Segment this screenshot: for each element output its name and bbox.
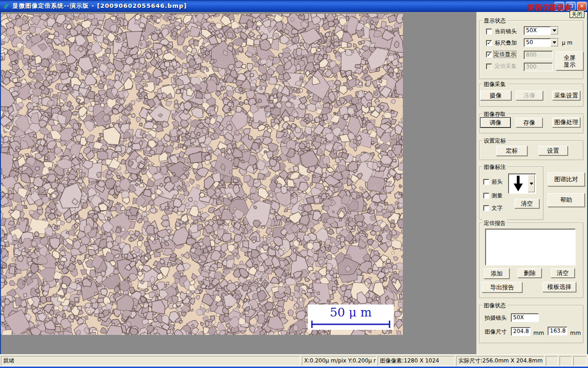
group-image-capture-label: 图像采集: [482, 80, 507, 88]
scale-overlay-dropdown-button[interactable]: [550, 39, 558, 46]
capture-button[interactable]: 摄像: [480, 91, 511, 100]
text-label: 文字: [492, 205, 503, 211]
current-lens-label: 当前镜头: [495, 28, 517, 34]
current-lens-value: 50X: [524, 27, 550, 34]
scale-overlay-value: 50: [524, 39, 550, 46]
status-image-pixels: 图像像素:1280 X 1024: [378, 356, 455, 366]
annotation-clear-button[interactable]: 清空: [514, 199, 539, 208]
client-area: 50 μ m 显示状态 当前镜头 50X 标尺叠加 50: [1, 12, 587, 354]
group-annotation-label: 图像标注: [482, 163, 507, 171]
shoot-lens-label: 拍摄镜头: [485, 315, 507, 321]
arrow-label: 箭头: [492, 178, 503, 185]
group-image-status-label: 图像状态: [482, 302, 507, 310]
status-pixel-scale: X:0.200μ m/pix Y:0.200μ m/pix: [302, 356, 376, 366]
group-image-status: 图像状态: [479, 305, 583, 343]
arrow-style-combobox[interactable]: [508, 173, 536, 194]
current-lens-dropdown-button[interactable]: [550, 27, 558, 34]
status-actual-size: 实际尺寸:256.0mm X 204.8mm: [456, 356, 544, 366]
group-display-status-label: 显示状态: [482, 17, 507, 25]
scale-overlay-combobox[interactable]: 50: [524, 38, 559, 47]
window-title: 显微图像定倍系统--演示版 - [20090602055646.bmp]: [12, 2, 187, 10]
load-image-button[interactable]: 调像: [480, 117, 511, 128]
image-height-field: 163.8: [548, 327, 567, 335]
image-size-label: 图像尺寸: [485, 328, 507, 335]
chevron-down-icon: [553, 29, 556, 32]
status-empty-3: [573, 356, 587, 366]
calibration-setup-button[interactable]: 设置: [538, 146, 568, 155]
scale-overlay-checkbox[interactable]: [486, 40, 492, 46]
close-button[interactable]: ✕: [577, 2, 587, 11]
fixed-capture-label: 定倍采集: [495, 63, 517, 69]
fixed-display-checkbox[interactable]: [486, 52, 492, 58]
control-panel: 显示状态 当前镜头 50X 标尺叠加 50 μ m 定倍显示 800 定倍采集 …: [476, 12, 587, 354]
big-down-arrow-icon: [509, 174, 528, 193]
fullscreen-button[interactable]: 全屏 显示: [556, 52, 583, 70]
group-report-label: 定倍报告: [482, 219, 507, 227]
status-bar: 就绪 X:0.200μ m/pix Y:0.200μ m/pix 图像像素:12…: [0, 354, 588, 367]
scale-bar-line: [310, 320, 391, 328]
fixed-capture-checkbox: [486, 63, 492, 69]
fixed-display-field: 800: [524, 51, 553, 59]
scale-overlay-unit: μ m: [562, 40, 572, 46]
export-report-button[interactable]: 导出报告: [482, 282, 522, 293]
image-height-unit: mm: [570, 330, 581, 336]
shoot-lens-field: 50X: [511, 313, 539, 322]
image-width-unit: mm: [533, 330, 544, 336]
fixed-display-label: 定倍显示: [494, 51, 516, 58]
micrograph-image: [1, 14, 403, 335]
report-clear-button[interactable]: 清空: [551, 268, 575, 278]
freeze-button: 冻像: [516, 91, 543, 100]
chevron-down-icon: [553, 41, 556, 44]
image-width-field: 204.8: [511, 327, 531, 336]
scale-bar-label: 50 μ m: [308, 305, 394, 320]
arrow-checkbox[interactable]: [483, 179, 489, 185]
template-select-button[interactable]: 模板选择: [543, 282, 576, 292]
save-image-button[interactable]: 存像: [516, 118, 543, 127]
vendor-watermark: 莱西仪器仪表: [527, 3, 571, 12]
calibrate-button[interactable]: 定标: [496, 146, 527, 156]
app-window: 显微图像定倍系统--演示版 - [20090602055646.bmp] ─ ❐…: [0, 0, 588, 368]
status-empty-2: [560, 356, 572, 366]
text-checkbox[interactable]: [483, 205, 489, 211]
fixed-capture-field: 300: [524, 63, 553, 71]
title-bar: 显微图像定倍系统--演示版 - [20090602055646.bmp]: [0, 0, 588, 12]
help-button[interactable]: 帮助: [548, 193, 585, 207]
measure-label: 测量: [492, 192, 503, 199]
status-empty-1: [546, 356, 558, 366]
close-tooltip: 关闭: [570, 11, 584, 18]
report-delete-button[interactable]: 删除: [518, 268, 542, 278]
current-lens-checkbox[interactable]: [486, 29, 492, 34]
chevron-down-icon: [530, 183, 533, 185]
capture-settings-button[interactable]: 采集设置: [552, 91, 580, 100]
atlas-compare-button[interactable]: 图谱比对: [548, 172, 585, 186]
current-lens-combobox[interactable]: 50X: [524, 26, 559, 35]
status-ready: 就绪: [1, 356, 300, 366]
app-icon: [3, 2, 10, 10]
fullscreen-button-line1: 全屏: [564, 54, 576, 61]
group-calibration-label: 设置定标: [482, 137, 507, 145]
report-listbox[interactable]: [485, 229, 576, 265]
scale-bar-overlay: 50 μ m: [308, 305, 394, 330]
image-processing-button[interactable]: 图像处理: [552, 117, 580, 127]
report-add-button[interactable]: 添加: [484, 268, 509, 279]
measure-checkbox[interactable]: [483, 193, 489, 199]
arrow-style-dropdown-button[interactable]: [528, 175, 535, 192]
fullscreen-button-line2: 显示: [564, 61, 576, 68]
scale-overlay-label: 标尺叠加: [495, 40, 517, 46]
